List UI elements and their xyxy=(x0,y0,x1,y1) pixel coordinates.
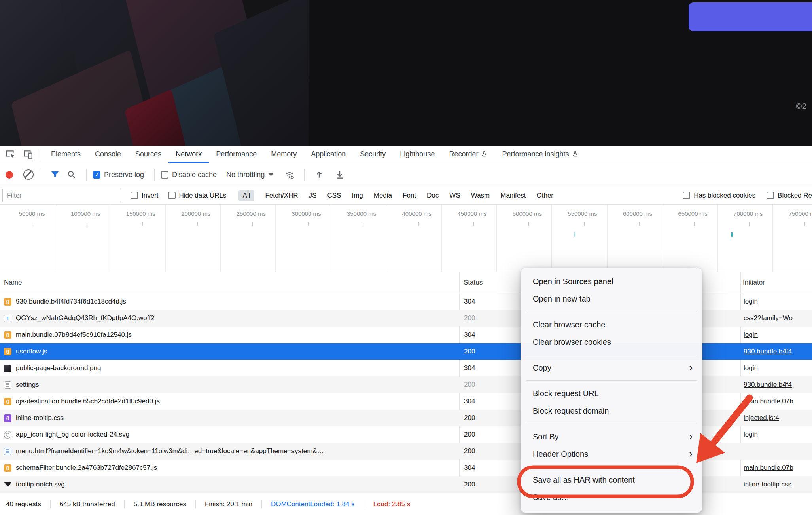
chip-all[interactable]: All xyxy=(238,190,255,201)
chip-css[interactable]: CSS xyxy=(327,192,341,200)
menu-item-open-in-new-tab[interactable]: Open in new tab xyxy=(521,290,702,308)
initiator-link[interactable]: main.bundle.07b xyxy=(744,397,793,405)
chip-doc[interactable]: Doc xyxy=(427,192,439,200)
chip-other[interactable]: Other xyxy=(537,192,554,200)
initiator-link[interactable]: login xyxy=(744,331,758,338)
chip-js[interactable]: JS xyxy=(309,192,317,200)
menu-item-sort-by[interactable]: Sort By xyxy=(521,428,702,445)
request-name: userflow.js xyxy=(16,348,47,355)
menu-item-save-all-as-har[interactable]: Save all as HAR with content xyxy=(521,471,702,488)
menu-item-copy[interactable]: Copy xyxy=(521,359,702,376)
css-file-icon xyxy=(4,414,11,422)
chip-manifest[interactable]: Manifest xyxy=(500,192,526,200)
copyright-text: ©2 xyxy=(796,101,806,111)
menu-item-save-as[interactable]: Save as… xyxy=(521,488,702,506)
initiator-link[interactable]: login xyxy=(744,298,758,305)
tab-memory[interactable]: Memory xyxy=(264,146,304,163)
menu-item-header-options[interactable]: Header Options xyxy=(521,445,702,463)
initiator-link[interactable]: injected.js:4 xyxy=(744,414,779,422)
filter-input[interactable] xyxy=(2,189,121,202)
disable-cache-checkbox[interactable] xyxy=(161,171,168,179)
record-network-log-icon[interactable] xyxy=(6,171,13,179)
waterfall-activity-tick xyxy=(574,232,575,237)
chip-fetch-xhr[interactable]: Fetch/XHR xyxy=(265,192,298,200)
initiator-link[interactable]: login xyxy=(744,364,758,372)
chip-media[interactable]: Media xyxy=(374,192,392,200)
svg-file-icon xyxy=(4,481,11,488)
menu-item-block-request-domain[interactable]: Block request domain xyxy=(521,402,702,420)
js-file-icon xyxy=(4,348,11,355)
load-time: Load: 2.85 s xyxy=(364,500,420,508)
tab-label: Sources xyxy=(135,150,161,158)
divider xyxy=(40,169,40,181)
divider xyxy=(154,169,155,181)
request-name: schemaFilter.bundle.2a4763b727dfe2867c57… xyxy=(16,464,157,472)
tab-lighthouse[interactable]: Lighthouse xyxy=(393,146,442,163)
tab-network[interactable]: Network xyxy=(168,146,209,163)
network-overview-timeline[interactable]: 50000 ms 100000 ms 150000 ms 200000 ms 2… xyxy=(0,205,812,272)
waterfall-activity-tick xyxy=(731,232,733,237)
hide-data-urls-checkbox[interactable] xyxy=(168,192,176,199)
filter-funnel-icon[interactable] xyxy=(49,169,61,181)
chip-font[interactable]: Font xyxy=(403,192,416,200)
tab-recorder[interactable]: Recorder xyxy=(442,146,495,163)
tab-sources[interactable]: Sources xyxy=(128,146,168,163)
tab-application[interactable]: Application xyxy=(304,146,353,163)
initiator-link[interactable]: 930.bundle.b4f4 xyxy=(744,348,792,355)
request-name: tooltip-notch.svg xyxy=(16,481,65,488)
tab-performance-insights[interactable]: Performance insights xyxy=(495,146,585,163)
menu-item-clear-browser-cookies[interactable]: Clear browser cookies xyxy=(521,333,702,351)
menu-separator xyxy=(526,467,697,467)
divider xyxy=(40,149,40,160)
initiator-link[interactable]: inline-tooltip.css xyxy=(744,481,791,488)
has-blocked-cookies-checkbox[interactable] xyxy=(683,192,690,199)
search-icon[interactable] xyxy=(66,169,78,181)
export-har-icon[interactable] xyxy=(334,169,346,181)
chip-img[interactable]: Img xyxy=(352,192,363,200)
throttling-value: No throttling xyxy=(226,171,265,179)
request-name: settings xyxy=(16,381,39,389)
initiator-link[interactable]: 930.bundle.b4f4 xyxy=(744,381,792,388)
timeline-tick-label: 700000 ms xyxy=(718,205,773,217)
initiator-link[interactable]: css2?family=Wo xyxy=(744,314,793,322)
disable-cache-label: Disable cache xyxy=(172,171,217,179)
request-name: app_icon-light_bg-color-locked-24.svg xyxy=(16,431,129,439)
menu-item-open-in-sources[interactable]: Open in Sources panel xyxy=(521,273,702,290)
blocked-requests-checkbox[interactable] xyxy=(767,192,774,199)
timeline-tick-label: 650000 ms xyxy=(662,205,718,217)
tab-label: Performance xyxy=(216,150,257,158)
device-toolbar-icon[interactable] xyxy=(21,148,35,161)
tab-console[interactable]: Console xyxy=(88,146,128,163)
column-header-name[interactable]: Name xyxy=(4,272,22,293)
invert-checkbox[interactable] xyxy=(131,192,138,199)
cta-button[interactable] xyxy=(689,2,812,31)
clear-network-log-icon[interactable] xyxy=(23,169,34,180)
preserve-log-checkbox[interactable] xyxy=(93,171,100,179)
chip-ws[interactable]: WS xyxy=(449,192,460,200)
font-file-icon xyxy=(4,315,11,322)
menu-item-block-request-url[interactable]: Block request URL xyxy=(521,385,702,402)
column-header-initiator[interactable]: Initiator xyxy=(743,272,765,293)
network-conditions-icon[interactable] xyxy=(284,169,295,181)
column-header-status[interactable]: Status xyxy=(464,272,483,293)
timeline-tick-label: 500000 ms xyxy=(497,205,552,217)
timeline-tick-label: 600000 ms xyxy=(608,205,663,217)
tab-label: Console xyxy=(95,150,121,158)
request-name: 930.bundle.b4f4fd734f6d1c18cd4d.js xyxy=(16,298,126,306)
tab-elements[interactable]: Elements xyxy=(44,146,88,163)
menu-separator xyxy=(526,312,697,312)
requests-count: 40 requests xyxy=(0,500,50,508)
finish-time: Finish: 20.1 min xyxy=(195,500,261,508)
js-file-icon xyxy=(4,331,11,339)
initiator-link[interactable]: main.bundle.07b xyxy=(744,464,793,471)
tab-security[interactable]: Security xyxy=(353,146,393,163)
hide-data-urls-label: Hide data URLs xyxy=(179,192,227,200)
menu-item-clear-browser-cache[interactable]: Clear browser cache xyxy=(521,316,702,333)
throttling-dropdown[interactable]: No throttling xyxy=(226,171,273,179)
chip-wasm[interactable]: Wasm xyxy=(471,192,490,200)
initiator-link[interactable]: login xyxy=(744,431,758,438)
tab-performance[interactable]: Performance xyxy=(209,146,264,163)
inspect-element-icon[interactable] xyxy=(4,148,17,161)
menu-separator xyxy=(526,355,697,355)
import-har-icon[interactable] xyxy=(313,169,325,181)
